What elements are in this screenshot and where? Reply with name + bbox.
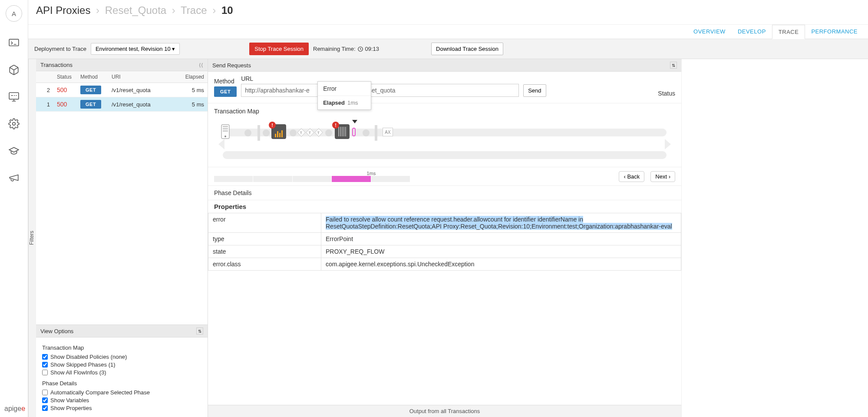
blank-panel <box>681 59 868 417</box>
property-row: errorFailed to resolve allow count refer… <box>208 213 681 233</box>
tab-overview[interactable]: OVERVIEW <box>687 25 732 39</box>
property-row: typeErrorPoint <box>208 233 681 245</box>
error-badge-icon: ! <box>332 122 339 129</box>
back-button[interactable]: ‹ Back <box>619 171 644 182</box>
page-tabs: OVERVIEW DEVELOP TRACE PERFORMANCE <box>28 25 868 39</box>
svg-rect-8 <box>223 130 228 132</box>
breadcrumb: API Proxies › Reset_Quota › Trace › 10 <box>28 0 868 25</box>
deployment-label: Deployment to Trace <box>34 46 86 52</box>
transaction-map: Transaction Map ! <box>208 103 681 167</box>
environment-select[interactable]: Environment test, Revision 10 ▾ <box>91 43 180 55</box>
terminal-icon[interactable] <box>8 37 20 49</box>
show-disabled-checkbox[interactable]: Show Disabled Policies (none) <box>42 354 201 360</box>
phase-details: Phase Details Properties errorFailed to … <box>208 186 681 405</box>
url-input[interactable] <box>241 84 519 97</box>
clock-icon <box>357 46 363 52</box>
toggle-view-options-icon[interactable]: ⇅ <box>196 328 203 334</box>
properties-title: Properties <box>208 200 681 213</box>
tab-performance[interactable]: PERFORMANCE <box>805 25 864 39</box>
flow-node[interactable] <box>363 129 370 136</box>
breadcrumb-root[interactable]: API Proxies <box>36 4 90 16</box>
property-row: statePROXY_REQ_FLOW <box>208 245 681 258</box>
show-variables-checkbox[interactable]: Show Variables <box>42 397 201 404</box>
download-trace-button[interactable]: Download Trace Session <box>431 43 503 55</box>
avatar[interactable]: A <box>6 5 22 22</box>
transactions-header: Transactions ⟨⟨ <box>36 59 208 71</box>
flow-node[interactable] <box>263 129 270 136</box>
show-flowinfos-checkbox[interactable]: Show All FlowInfos (3) <box>42 369 201 376</box>
transactions-table: Status Method URI Elapsed 2 500 GET /v1/… <box>36 71 208 324</box>
svg-rect-0 <box>9 39 19 46</box>
apigee-logo: apigee <box>4 405 25 413</box>
left-nav-sidebar: A <box>0 0 28 417</box>
flow-pipe[interactable] <box>257 125 260 141</box>
flow-diagram[interactable]: ! T T T ! AX <box>214 119 675 162</box>
show-properties-checkbox[interactable]: Show Properties <box>42 405 201 411</box>
send-requests: Method GET URL Error Elapsed1ms <box>208 72 681 103</box>
property-row: error.classcom.apigee.kernel.exceptions.… <box>208 258 681 271</box>
properties-table: errorFailed to resolve allow count refer… <box>208 213 681 271</box>
flow-pipe[interactable] <box>375 125 377 141</box>
send-method[interactable]: GET <box>214 86 237 97</box>
svg-point-5 <box>224 136 226 137</box>
col-uri[interactable]: URI <box>108 71 182 83</box>
method-pill: GET <box>80 86 101 94</box>
vo-pd-title: Phase Details <box>42 380 201 387</box>
next-button[interactable]: Next › <box>650 171 675 182</box>
status-badge: 500 <box>53 98 77 110</box>
show-skipped-checkbox[interactable]: Show Skipped Phases (1) <box>42 361 201 368</box>
status-badge: 500 <box>53 84 77 96</box>
monitor-icon[interactable] <box>8 91 20 103</box>
view-options-panel: View Options ⇅ Transaction Map Show Disa… <box>36 324 208 417</box>
selection-pointer-icon <box>352 120 357 123</box>
flow-node[interactable] <box>290 129 297 136</box>
megaphone-icon[interactable] <box>8 172 20 183</box>
timeline: 1ms ‹ Back Next › <box>208 167 681 186</box>
vo-tm-title: Transaction Map <box>42 344 201 351</box>
svg-rect-7 <box>223 128 228 129</box>
error-badge-icon: ! <box>269 122 276 129</box>
breadcrumb-revision: 10 <box>221 4 233 16</box>
svg-point-2 <box>13 122 16 126</box>
stop-trace-button[interactable]: Stop Trace Session <box>249 43 309 55</box>
transaction-map-title: Transaction Map <box>214 108 675 115</box>
chevron-right-icon: › <box>212 4 216 16</box>
filters-tab[interactable]: Filters <box>28 59 36 417</box>
tab-trace[interactable]: TRACE <box>772 25 805 39</box>
graduation-icon[interactable] <box>8 145 20 156</box>
tooltip-title: Error <box>318 82 371 96</box>
timeline-label: 1ms <box>332 171 410 176</box>
tab-develop[interactable]: DEVELOP <box>732 25 772 39</box>
output-bar[interactable]: Output from all Transactions <box>208 405 681 417</box>
box-icon[interactable] <box>8 64 20 76</box>
analytics-icon[interactable]: AX <box>383 128 393 136</box>
remaining-time: Remaining Time: 09:13 <box>313 46 379 52</box>
timeline-bar[interactable] <box>214 176 410 182</box>
breadcrumb-section[interactable]: Trace <box>181 4 207 16</box>
gear-icon[interactable] <box>8 118 20 129</box>
svg-rect-6 <box>223 126 228 127</box>
flow-node[interactable] <box>325 129 332 136</box>
col-method[interactable]: Method <box>77 71 108 83</box>
collapse-left-icon[interactable]: ⟨⟨ <box>199 62 203 68</box>
left-panel: Transactions ⟨⟨ Status Method URI Elapse… <box>36 59 208 417</box>
col-status[interactable]: Status <box>53 71 77 83</box>
transaction-row[interactable]: 1 500 GET /v1/reset_quota 5 ms <box>36 97 208 112</box>
toggle-send-icon[interactable]: ⇅ <box>670 62 677 69</box>
transaction-row[interactable]: 2 500 GET /v1/reset_quota 5 ms <box>36 83 208 97</box>
send-button[interactable]: Send <box>523 84 546 97</box>
error-point-icon[interactable] <box>352 128 356 136</box>
chevron-right-icon: › <box>96 4 99 16</box>
auto-compare-checkbox[interactable]: Automatically Compare Selected Phase <box>42 389 201 396</box>
status-label: Status <box>658 90 675 97</box>
svg-rect-1 <box>9 93 19 99</box>
client-icon[interactable] <box>221 124 230 139</box>
phase-details-header: Phase Details <box>208 186 681 200</box>
flow-node[interactable] <box>244 129 251 136</box>
breadcrumb-proxy[interactable]: Reset_Quota <box>105 4 166 16</box>
trace-toolbar: Deployment to Trace Environment test, Re… <box>28 39 868 59</box>
main-content: API Proxies › Reset_Quota › Trace › 10 O… <box>28 0 868 417</box>
send-requests-header: Send Requests <box>212 62 251 69</box>
method-pill: GET <box>80 100 101 109</box>
col-elapsed[interactable]: Elapsed <box>182 71 208 83</box>
